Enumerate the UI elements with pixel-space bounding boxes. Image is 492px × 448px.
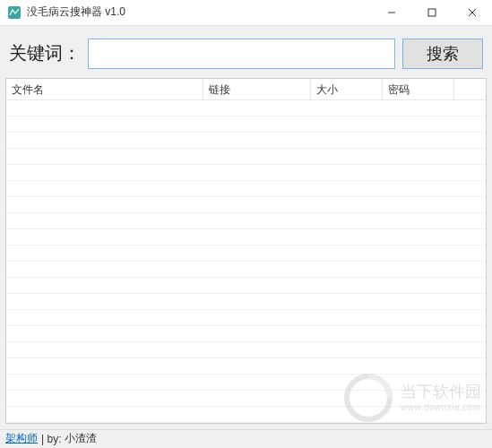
list-item bbox=[6, 326, 486, 342]
column-password[interactable]: 密码 bbox=[383, 79, 454, 99]
list-item bbox=[6, 181, 486, 197]
app-window: 没毛病云搜神器 v1.0 关键词： 搜索 文件名 链接 大小 密码 bbox=[0, 0, 492, 448]
minimize-button[interactable] bbox=[371, 0, 411, 25]
list-item bbox=[6, 133, 486, 149]
list-item bbox=[6, 213, 486, 229]
window-controls bbox=[371, 0, 492, 25]
window-title: 没毛病云搜神器 v1.0 bbox=[27, 4, 371, 20]
column-size[interactable]: 大小 bbox=[311, 79, 383, 99]
svg-rect-2 bbox=[428, 9, 436, 16]
column-link[interactable]: 链接 bbox=[203, 79, 311, 99]
list-item bbox=[6, 294, 486, 310]
keyword-label: 关键词： bbox=[9, 41, 81, 65]
results-listview: 文件名 链接 大小 密码 bbox=[5, 78, 487, 424]
close-button[interactable] bbox=[452, 0, 492, 25]
statusbar: 架构师 | by: 小渣渣 bbox=[0, 429, 492, 448]
statusbar-link[interactable]: 架构师 bbox=[5, 431, 38, 446]
list-item bbox=[6, 391, 486, 407]
list-item bbox=[6, 229, 486, 246]
keyword-input[interactable] bbox=[88, 39, 395, 69]
list-item bbox=[6, 310, 486, 326]
maximize-button[interactable] bbox=[411, 0, 452, 25]
app-icon bbox=[7, 5, 22, 20]
listview-header: 文件名 链接 大小 密码 bbox=[6, 79, 486, 100]
list-item bbox=[6, 262, 486, 278]
list-item bbox=[6, 197, 486, 213]
list-item bbox=[6, 342, 486, 358]
statusbar-separator: | by: bbox=[41, 433, 61, 445]
search-button[interactable]: 搜索 bbox=[402, 39, 483, 69]
list-item bbox=[6, 278, 486, 294]
list-item bbox=[6, 116, 486, 133]
list-item bbox=[6, 100, 486, 116]
titlebar: 没毛病云搜神器 v1.0 bbox=[0, 0, 492, 26]
column-filename[interactable]: 文件名 bbox=[6, 79, 203, 99]
statusbar-author: 小渣渣 bbox=[65, 431, 97, 446]
list-item bbox=[6, 407, 486, 423]
client-area: 关键词： 搜索 文件名 链接 大小 密码 bbox=[0, 26, 492, 429]
list-item bbox=[6, 149, 486, 165]
list-item bbox=[6, 246, 486, 262]
list-item bbox=[6, 165, 486, 181]
search-row: 关键词： 搜索 bbox=[5, 31, 487, 78]
listview-body[interactable] bbox=[6, 100, 486, 423]
list-item bbox=[6, 358, 486, 375]
list-item bbox=[6, 375, 486, 391]
column-spacer bbox=[454, 79, 486, 99]
